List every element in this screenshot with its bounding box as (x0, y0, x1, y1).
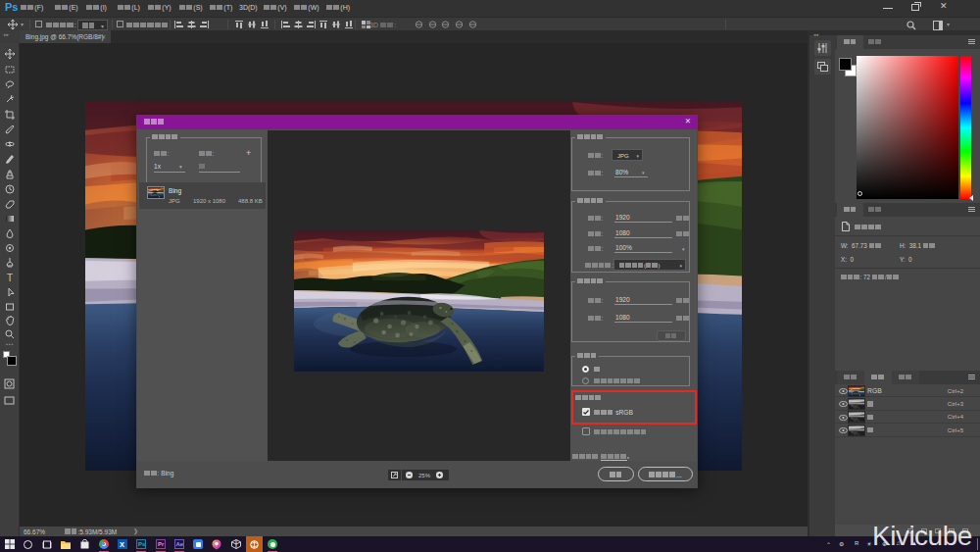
svg-text:T: T (7, 273, 13, 282)
